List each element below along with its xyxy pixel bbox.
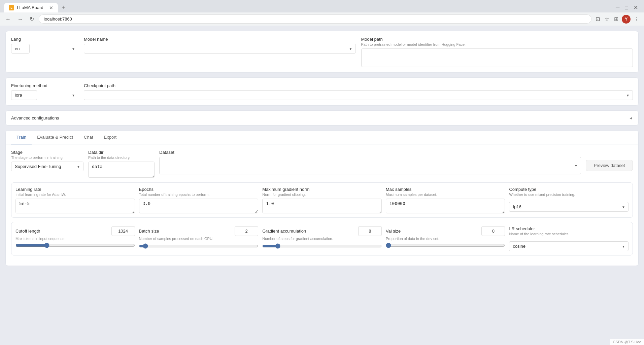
learning-params-row: Learning rate Initial learning rate for … — [15, 187, 629, 213]
preview-dataset-button[interactable]: Preview dataset — [586, 160, 633, 171]
epochs-hint: Total number of training epochs to perfo… — [139, 193, 259, 197]
avatar[interactable]: Y — [622, 15, 631, 24]
advanced-config-header[interactable]: Advanced configurations ◄ — [6, 111, 638, 125]
model-path-label: Model path — [361, 37, 633, 42]
max-grad-norm-input[interactable]: 1.0 — [262, 199, 382, 213]
grad-accumulation-slider[interactable] — [262, 243, 382, 249]
stage-group: Stage The stage to perform in training. … — [11, 150, 83, 171]
lang-select[interactable]: en zh fr — [11, 44, 30, 54]
compute-type-label: Compute type — [509, 187, 629, 192]
val-size-value-input[interactable] — [481, 226, 505, 236]
val-size-group: Val size Proportion of data in the dev s… — [386, 226, 505, 251]
checkpoint-path-select-wrapper — [84, 90, 633, 100]
tab-evaluate[interactable]: Evaluate & Predict — [32, 131, 78, 144]
preview-dataset-container: Preview dataset — [586, 150, 633, 171]
learning-rate-hint: Initial learning rate for AdamW. — [15, 193, 135, 197]
maximize-button[interactable]: □ — [623, 3, 630, 12]
datadir-textarea[interactable]: data — [88, 162, 155, 178]
tab-favicon: L — [9, 5, 14, 10]
dataset-select[interactable] — [159, 157, 581, 174]
tab-chat[interactable]: Chat — [78, 131, 98, 144]
epochs-group: Epochs Total number of training epochs t… — [139, 187, 259, 213]
browser-nav: ← → ↻ localhost:7860 ⊡ ☆ ⊞ Y ⋮ — [0, 12, 644, 26]
learning-rate-label: Learning rate — [15, 187, 135, 192]
lr-scheduler-group: LR scheduler Name of the learning rate s… — [509, 226, 629, 251]
stage-label: Stage — [11, 150, 83, 155]
max-samples-label: Max samples — [386, 187, 505, 192]
stage-select-wrapper: Supervised Fine-Tuning Reward Modeling P… — [11, 162, 83, 171]
cutoff-length-label: Cutoff length — [15, 229, 40, 234]
val-size-slider[interactable] — [386, 243, 505, 248]
tab-train[interactable]: Train — [11, 131, 32, 144]
model-path-textarea[interactable] — [361, 48, 633, 67]
finetuning-row: Finetuning method lora full freeze Check… — [11, 83, 633, 100]
train-tab-content: Stage The stage to perform in training. … — [6, 144, 638, 266]
cutoff-length-header: Cutoff length — [15, 226, 135, 236]
dataset-group: Dataset — [159, 150, 581, 174]
new-tab-button[interactable]: + — [59, 3, 68, 12]
nav-icons: ⊡ ☆ ⊞ Y ⋮ — [594, 14, 641, 24]
tabs-header: Train Evaluate & Predict Chat Export — [6, 131, 638, 144]
batch-size-label: Batch size — [139, 229, 159, 234]
model-name-select[interactable] — [84, 44, 356, 54]
close-window-button[interactable]: ✕ — [632, 3, 640, 12]
model-name-group: Model name — [84, 37, 356, 54]
status-text: CSDN @T.S.Hoo — [613, 340, 641, 344]
refresh-button[interactable]: ↻ — [28, 14, 36, 24]
bookmark-icon[interactable]: ☆ — [603, 14, 611, 24]
stage-row: Stage The stage to perform in training. … — [11, 150, 633, 178]
grad-accumulation-label: Gradient accumulation — [262, 229, 306, 234]
back-button[interactable]: ← — [3, 15, 13, 24]
status-bar: CSDN @T.S.Hoo — [610, 339, 644, 344]
batch-size-hint: Number of samples processed on each GPU. — [139, 237, 259, 241]
checkpoint-path-label: Checkpoint path — [84, 83, 633, 88]
model-path-hint: Path to pretrained model or model identi… — [361, 42, 633, 46]
compute-type-group: Compute type Whether to use mixed precis… — [509, 187, 629, 213]
max-samples-input[interactable]: 100000 — [386, 199, 505, 213]
sliders-card: Cutoff length Max tokens in input sequen… — [11, 222, 633, 255]
cutoff-length-slider[interactable] — [15, 243, 135, 248]
lang-group: Lang en zh fr — [11, 37, 78, 54]
batch-size-value-input[interactable] — [235, 226, 258, 236]
max-grad-norm-label: Maximum gradient norm — [262, 187, 382, 192]
grad-accumulation-value-input[interactable] — [358, 226, 382, 236]
epochs-input[interactable]: 3.0 — [139, 199, 259, 213]
model-name-select-wrapper — [84, 44, 356, 54]
browser-chrome: L LLaMA Board ✕ + ─ □ ✕ — [0, 0, 644, 12]
page-content: Lang en zh fr Model name Mo — [0, 26, 644, 344]
learning-params-card: Learning rate Initial learning rate for … — [11, 182, 633, 218]
finetuning-card: Finetuning method lora full freeze Check… — [5, 77, 639, 106]
collapse-icon: ◄ — [629, 116, 633, 120]
active-tab: L LLaMA Board ✕ — [4, 3, 58, 12]
finetuning-method-select[interactable]: lora full freeze — [11, 90, 37, 100]
lr-scheduler-select[interactable]: cosine linear constant — [509, 241, 629, 251]
val-size-header: Val size — [386, 226, 505, 236]
address-bar[interactable]: localhost:7860 — [39, 14, 591, 24]
address-text: localhost:7860 — [44, 16, 72, 22]
forward-button[interactable]: → — [15, 15, 25, 24]
finetuning-method-label: Finetuning method — [11, 83, 78, 88]
minimize-button[interactable]: ─ — [614, 3, 621, 12]
lang-select-wrapper: en zh fr — [11, 44, 78, 54]
val-size-hint: Proportion of data in the dev set. — [386, 237, 505, 241]
menu-icon[interactable]: ⋮ — [633, 14, 641, 24]
learning-rate-input[interactable]: 5e-5 — [15, 199, 135, 213]
cutoff-length-hint: Max tokens in input sequence. — [15, 237, 135, 241]
tab-close-button[interactable]: ✕ — [49, 5, 53, 10]
batch-size-slider[interactable] — [139, 243, 259, 249]
cutoff-length-value-input[interactable] — [111, 226, 135, 236]
extensions-icon[interactable]: ⊞ — [613, 14, 620, 24]
tab-export[interactable]: Export — [99, 131, 122, 144]
advanced-config-label: Advanced configurations — [11, 115, 59, 120]
stage-select[interactable]: Supervised Fine-Tuning Reward Modeling P… — [11, 162, 83, 171]
max-samples-hint: Maximum samples per dataset. — [386, 193, 505, 197]
grad-accumulation-header: Gradient accumulation — [262, 226, 382, 236]
model-name-label: Model name — [84, 37, 356, 42]
datadir-hint: Path to the data directory. — [88, 156, 155, 160]
val-size-label: Val size — [386, 229, 401, 234]
translate-icon[interactable]: ⊡ — [594, 14, 601, 24]
compute-type-select[interactable]: fp16 bf16 fp32 — [509, 202, 629, 212]
batch-size-group: Batch size Number of samples processed o… — [139, 226, 259, 251]
tab-title: LLaMA Board — [17, 5, 43, 10]
checkpoint-path-select[interactable] — [84, 90, 633, 100]
